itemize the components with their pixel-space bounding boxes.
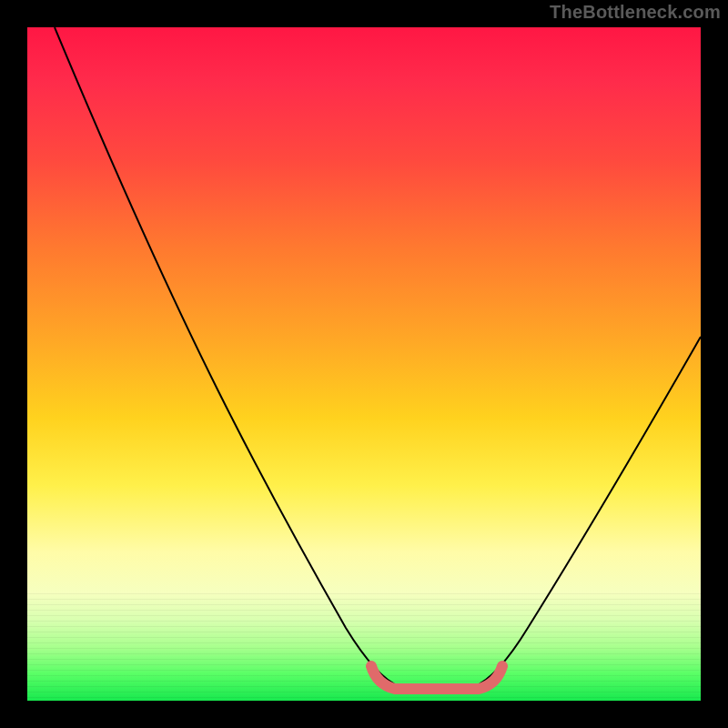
bottleneck-curve: [55, 27, 701, 687]
watermark-text: TheBottleneck.com: [550, 2, 721, 23]
chart-frame: TheBottleneck.com: [0, 0, 728, 728]
plot-area: [27, 27, 701, 701]
flat-zone-marker: [371, 666, 502, 689]
curve-layer: [27, 27, 701, 701]
